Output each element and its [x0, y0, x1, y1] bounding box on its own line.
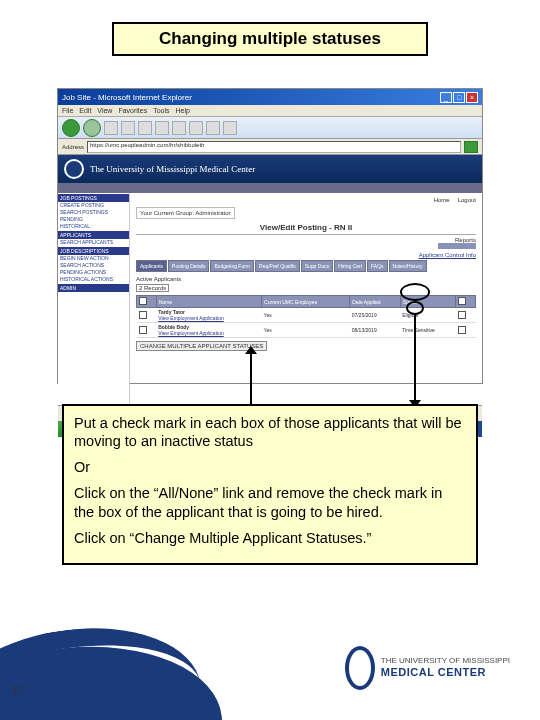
ie-toolbar	[58, 117, 482, 139]
view-title: View/Edit Posting - RN II	[136, 223, 476, 232]
tab-applicants[interactable]: Applicants	[136, 260, 167, 272]
cell-date: 07/25/2019	[350, 308, 401, 323]
sidebar-section: APPLICANTS	[58, 231, 129, 239]
cell-employee: Yes	[262, 308, 350, 323]
ie-titlebar: Job Site - Microsoft Internet Explorer _…	[58, 89, 482, 105]
sidebar-item[interactable]: HISTORICAL ACTIONS	[58, 276, 129, 283]
tab-budgeting[interactable]: Budgeting Form	[210, 260, 254, 272]
site-banner: The University of Mississippi Medical Ce…	[58, 155, 482, 183]
cell-date: 08/13/2019	[350, 323, 401, 338]
instruction-p1: Put a check mark in each box of those ap…	[74, 414, 466, 450]
row-checkbox[interactable]	[139, 311, 147, 319]
close-button[interactable]: ×	[466, 92, 478, 103]
sidebar-item[interactable]: CREATE POSTING	[58, 202, 129, 209]
menu-edit[interactable]: Edit	[79, 107, 91, 114]
page-number: 12	[12, 684, 24, 696]
row-checkbox[interactable]	[139, 326, 147, 334]
ie-title-text: Job Site - Microsoft Internet Explorer	[62, 93, 192, 102]
tab-hiring-cert[interactable]: Hiring Cert	[334, 260, 366, 272]
logout-link[interactable]: Logout	[458, 197, 476, 203]
history-icon[interactable]	[189, 121, 203, 135]
menu-favorites[interactable]: Favorites	[118, 107, 147, 114]
menu-view[interactable]: View	[97, 107, 112, 114]
arrowhead-icon	[245, 346, 257, 354]
ie-menubar: File Edit View Favorites Tools Help	[58, 105, 482, 117]
stop-icon[interactable]	[104, 121, 118, 135]
tab-posting-details[interactable]: Posting Details	[168, 260, 209, 272]
annotation-arrow-left	[250, 350, 252, 404]
forward-button[interactable]	[83, 119, 101, 137]
instruction-p4: Click on “Change Multiple Applicant Stat…	[74, 529, 466, 547]
tab-qualifs[interactable]: Req/Pref Qualifs	[255, 260, 300, 272]
search-icon[interactable]	[155, 121, 169, 135]
print-icon[interactable]	[223, 121, 237, 135]
menu-file[interactable]: File	[62, 107, 73, 114]
sidebar-section: JOB DESCRIPTIONS	[58, 247, 129, 255]
current-group: Your Current Group: Administrator	[136, 207, 235, 219]
page-title: Changing multiple statuses	[112, 22, 428, 56]
annotation-arrow-vertical	[414, 314, 416, 404]
footer-swoosh-line	[0, 612, 207, 720]
tab-faqs[interactable]: FAQs	[367, 260, 388, 272]
address-label: Address	[62, 144, 84, 150]
reports-dropdown[interactable]	[438, 243, 476, 249]
annotation-circle-column	[400, 283, 430, 301]
row-select-checkbox[interactable]	[458, 326, 466, 334]
menu-help[interactable]: Help	[176, 107, 190, 114]
sidebar-item[interactable]: HISTORICAL	[58, 223, 129, 230]
sidebar-item[interactable]: BEGIN NEW ACTION	[58, 255, 129, 262]
minimize-button[interactable]: _	[440, 92, 452, 103]
instruction-p3: Click on the “All/None” link and remove …	[74, 484, 466, 520]
home-link[interactable]: Home	[434, 197, 450, 203]
col-date[interactable]: Date Applied	[350, 296, 401, 308]
footer-logo-icon	[345, 646, 375, 690]
menu-tools[interactable]: Tools	[153, 107, 169, 114]
sidebar-item[interactable]: PENDING	[58, 216, 129, 223]
refresh-icon[interactable]	[121, 121, 135, 135]
page-title-text: Changing multiple statuses	[159, 29, 381, 49]
applicant-link[interactable]: View Employment Application	[158, 330, 224, 336]
left-sidebar: JOB POSTINGS CREATE POSTING SEARCH POSTI…	[58, 193, 130, 405]
banner-title: The University of Mississippi Medical Ce…	[90, 164, 255, 174]
tab-row: Applicants Posting Details Budgeting For…	[136, 260, 476, 272]
address-input[interactable]: https://umc.peopleadmin.com/hr/shibbolet…	[87, 141, 461, 153]
home-icon[interactable]	[138, 121, 152, 135]
footer-line2: MEDICAL CENTER	[381, 666, 486, 678]
table-row: Tardy Tator View Employment Application …	[137, 308, 476, 323]
record-count: 2 Records	[136, 284, 169, 292]
mail-icon[interactable]	[206, 121, 220, 135]
footer-line1: THE UNIVERSITY OF MISSISSIPPI	[381, 656, 510, 665]
applicant-control-link[interactable]: Applicant Control Info	[136, 252, 476, 258]
favorites-icon[interactable]	[172, 121, 186, 135]
embedded-screenshot: Job Site - Microsoft Internet Explorer _…	[57, 88, 483, 384]
cell-status: Time Sensitive	[400, 323, 456, 338]
sidebar-item[interactable]: PENDING ACTIONS	[58, 269, 129, 276]
sidebar-section: ADMIN	[58, 284, 129, 292]
cell-employee: Yes	[262, 323, 350, 338]
applicant-table: Name Current UMC Employee Date Applied S…	[136, 295, 476, 338]
col-name[interactable]: Name	[156, 296, 261, 308]
instruction-box: Put a check mark in each box of those ap…	[62, 404, 478, 565]
annotation-circle-checkbox	[406, 301, 424, 315]
ie-address-bar: Address https://umc.peopleadmin.com/hr/s…	[58, 139, 482, 155]
go-button[interactable]	[464, 141, 478, 153]
tab-supp-docs[interactable]: Supp Docs	[301, 260, 333, 272]
sidebar-item[interactable]: SEARCH ACTIONS	[58, 262, 129, 269]
col-sel[interactable]	[456, 296, 476, 308]
footer-logo: THE UNIVERSITY OF MISSISSIPPI MEDICAL CE…	[345, 646, 510, 690]
table-row: Bobble Body View Employment Application …	[137, 323, 476, 338]
sidebar-item[interactable]: SEARCH APPLICANTS	[58, 239, 129, 246]
active-applicants-label: Active Applicants	[136, 276, 476, 282]
col-employee[interactable]: Current UMC Employee	[262, 296, 350, 308]
col-checkbox[interactable]	[137, 296, 157, 308]
tab-notes[interactable]: Notes/History	[389, 260, 427, 272]
applicant-link[interactable]: View Employment Application	[158, 315, 224, 321]
banner-subnav	[58, 183, 482, 193]
sidebar-section: JOB POSTINGS	[58, 194, 129, 202]
maximize-button[interactable]: □	[453, 92, 465, 103]
sidebar-item[interactable]: SEARCH POSTINGS	[58, 209, 129, 216]
banner-logo-icon	[64, 159, 84, 179]
row-select-checkbox[interactable]	[458, 311, 466, 319]
back-button[interactable]	[62, 119, 80, 137]
instruction-p2: Or	[74, 458, 466, 476]
